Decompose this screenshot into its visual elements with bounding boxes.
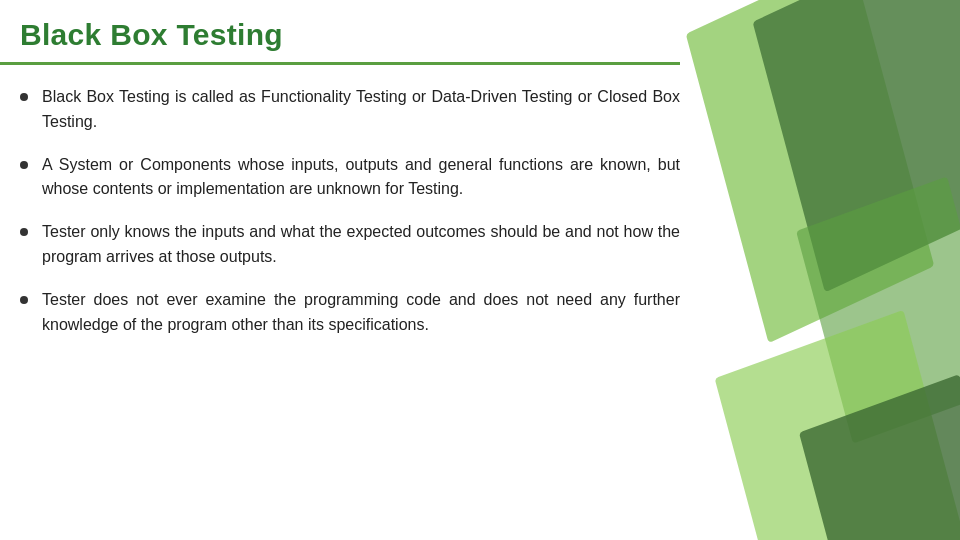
- list-item: Black Box Testing is called as Functiona…: [20, 85, 680, 135]
- bullet-marker: [20, 161, 28, 169]
- title-bar: Black Box Testing: [0, 0, 680, 65]
- decorative-shape-2: [753, 0, 960, 292]
- bullet-marker: [20, 228, 28, 236]
- bullet-text-2: A System or Components whose inputs, out…: [42, 153, 680, 203]
- content-area: Black Box Testing is called as Functiona…: [0, 77, 700, 365]
- slide-title: Black Box Testing: [20, 18, 660, 52]
- bullet-text-3: Tester only knows the inputs and what th…: [42, 220, 680, 270]
- list-item: A System or Components whose inputs, out…: [20, 153, 680, 203]
- list-item: Tester only knows the inputs and what th…: [20, 220, 680, 270]
- decorative-shape-5: [799, 374, 960, 540]
- bullet-text-4: Tester does not ever examine the program…: [42, 288, 680, 338]
- bullet-marker: [20, 93, 28, 101]
- list-item: Tester does not ever examine the program…: [20, 288, 680, 338]
- decorative-shape-1: [686, 0, 934, 343]
- slide: Black Box Testing Black Box Testing is c…: [0, 0, 960, 540]
- bullet-text-1: Black Box Testing is called as Functiona…: [42, 85, 680, 135]
- decorative-shape-4: [715, 310, 960, 540]
- decorative-shape-3: [796, 176, 960, 443]
- bullet-marker: [20, 296, 28, 304]
